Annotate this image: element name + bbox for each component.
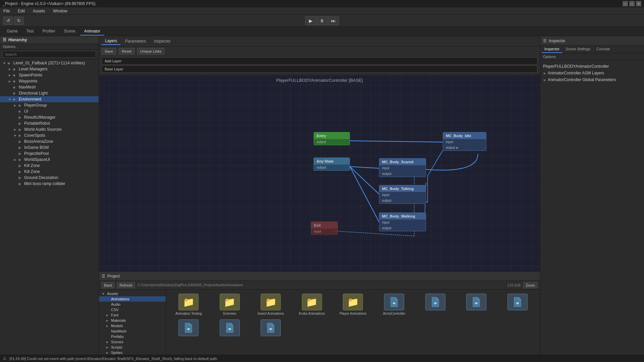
tree-item-spawnPoints[interactable]: ►◈SpawnPoints [0,72,99,78]
tree-item-directionalLight[interactable]: ◈Directional Light [0,90,99,96]
save-button[interactable]: Save [102,48,116,55]
tree-item-resultUIManager[interactable]: ◈ResultUIManager [0,114,99,120]
asset-asset10[interactable] [169,318,209,339]
redo-button[interactable]: ↻ [14,17,23,25]
mc-body-talking-node[interactable]: MC_Body_Talking input output [379,185,426,204]
tree-item-environment[interactable]: ▼◈Environment [0,96,99,102]
inspector-tab-inspector[interactable]: Inspector [542,46,562,53]
exit-node[interactable]: Exit input [311,222,338,235]
mc-body-walking-node[interactable]: MC_Body_Walking input output [379,213,426,231]
tree-icon-level: ◈ [7,61,13,65]
asset-asset12[interactable] [251,318,291,339]
entry-node[interactable]: Entry output [314,132,350,145]
back-button[interactable]: Back [102,282,114,288]
step-button[interactable]: ⏭ [328,16,339,25]
tree-item-worldAudio[interactable]: ►◈World Audio Sources [0,126,99,132]
animator-canvas-wrapper[interactable]: PlayerFULLBODYAnimatorController [BASE] [99,75,540,271]
tab-animator[interactable]: Animator [80,27,104,36]
mc-body-scared-node[interactable]: MC_Body_Scared input output [379,158,426,177]
asset-asset7[interactable] [415,292,455,317]
tree-item-navMesh[interactable]: ◈NavMesh [0,84,99,90]
tree-item-killZone1[interactable]: ◈Kill Zone [0,163,99,169]
hierarchy-panel: ☰ Hierarchy Options ▼◈Level_01_Fallback … [0,36,99,355]
animator-canvas[interactable]: PlayerFULLBODYAnimatorController [BASE] [99,75,540,271]
any-state-node[interactable]: Any State output [314,158,350,171]
mc-body-idle-node[interactable]: MC_Body_Idle input output ● [443,132,486,151]
right-panel: ☰ Inspector Inspector Scene Settings Con… [540,36,644,355]
hierarchy-tree: ▼◈Level_01_Fallback (3271+1114 entities)… [0,59,99,355]
add-layer-item[interactable]: Add Layer [102,57,537,65]
tab-test[interactable]: Test [22,27,38,36]
tree-item-bossArena[interactable]: ◈BossArenaZone [0,138,99,144]
tree-item-inGameBGM[interactable]: ◈InGame BGM [0,144,99,150]
play-button[interactable]: ▶ [305,16,316,25]
tree-item-killZone2[interactable]: ◈Kill Zone [0,169,99,175]
tab-profiler[interactable]: Profiler [39,27,59,36]
asset-armsController[interactable]: ArmsController [374,292,414,317]
mc-body-walking-input: input [379,220,426,225]
proj-tree-animations[interactable]: Animations [99,296,166,302]
asset-enemies[interactable]: 📁Enemies [210,292,250,317]
tree-item-portableRobot[interactable]: ◈PortableRobot [0,120,99,126]
animator-tab-parameters[interactable]: Parameters [122,38,149,45]
asset-animTesting[interactable]: 📁Animation Testing [169,292,209,317]
tree-item-projectilePool[interactable]: ◈ProjectilePool [0,150,99,157]
tree-item-levelManagers[interactable]: ►◈Level Managers [0,66,99,72]
global-params-row[interactable]: ► AnimatorController Global Parameters [543,76,641,83]
menu-window[interactable]: Window [51,8,69,14]
asm-layers-row[interactable]: ► AnimatorController ASM Layers [543,70,641,76]
asset-asset11[interactable] [210,318,250,339]
any-state-output: output [314,165,350,170]
hierarchy-search-input[interactable] [3,51,96,58]
proj-tree-models[interactable]: ►Models [99,323,166,328]
proj-tree-audio[interactable]: Audio [99,302,166,307]
undo-button[interactable]: ↺ [3,17,13,25]
tree-item-waypoints[interactable]: ►◈Waypoints [0,78,99,84]
tab-scene[interactable]: Scene [60,27,79,36]
proj-tree-csv[interactable]: CSV [99,307,166,312]
tree-item-playerGroup[interactable]: ►◈PlayerGroup [0,102,99,108]
menu-assets[interactable]: Assets [31,8,47,14]
asset-playerAnims[interactable]: 📁Player Animations [333,292,373,317]
tab-game[interactable]: Game [3,27,22,36]
proj-tree-navMesh[interactable]: NavMesh [99,328,166,334]
close-button[interactable]: ✕ [636,1,641,6]
tree-item-groundDecoration[interactable]: ◈Ground Decoration [0,175,99,181]
tree-arrow-levelManagers: ► [8,67,12,71]
asset-asset9[interactable] [497,292,537,317]
tree-item-level[interactable]: ▼◈Level_01_Fallback (3271+1114 entities) [0,60,99,66]
menu-file[interactable]: File [1,8,12,14]
tree-item-miniBoss[interactable]: ◈Mini boss ramp collider [0,181,99,187]
tree-item-ui[interactable]: ◈UI [0,108,99,114]
proj-tree-scenes[interactable]: ►Scenes [99,339,166,345]
zoom-button[interactable]: Zoom [523,282,537,288]
proj-tree-scripts[interactable]: ►Scripts [99,345,166,350]
proj-tree-sprites[interactable]: ►Sprites [99,350,166,355]
animator-tab-inspector[interactable]: Inspector [151,38,174,45]
menu-edit[interactable]: Edit [16,8,27,14]
base-layer-item[interactable]: Base Layer [102,65,537,73]
inspector-tab-console[interactable]: Console [594,46,612,53]
pause-button[interactable]: ⏸ [317,16,327,25]
proj-tree-prefabs[interactable]: Prefabs [99,334,166,339]
unique-links-button[interactable]: Unique Links [137,48,165,55]
proj-tree-font[interactable]: ►Font [99,312,166,318]
minimize-button[interactable]: ─ [623,1,628,6]
inspector-tab-scene[interactable]: Scene Settings [563,46,593,53]
svg-line-2 [350,167,379,194]
reset-button[interactable]: Reset [119,48,135,55]
tree-icon-directionalLight: ◈ [13,91,18,96]
refresh-button[interactable]: Refresh [117,282,135,288]
animator-tab-layers[interactable]: Layers [102,38,120,45]
mc-body-scared-input: input [379,165,426,171]
proj-tree-assets[interactable]: ▼Assets [99,291,166,296]
project-tree: ▼AssetsAnimationsAudioCSV►Font►Materials… [99,290,166,355]
layer-list: Add Layer Base Layer [99,56,540,75]
tree-item-worldSpaceUI[interactable]: ►◈WorldSpaceUI [0,157,99,163]
asset-krokoAnims[interactable]: 📁Kroko Animations [292,292,332,317]
proj-tree-materials[interactable]: ►Materials [99,318,166,323]
asset-asset8[interactable] [457,292,496,317]
asset-insectAnims[interactable]: 📁Insect Animations [251,292,291,317]
maximize-button[interactable]: □ [629,1,635,6]
tree-item-coverSpots[interactable]: ▼◈CoverSpots [0,132,99,138]
